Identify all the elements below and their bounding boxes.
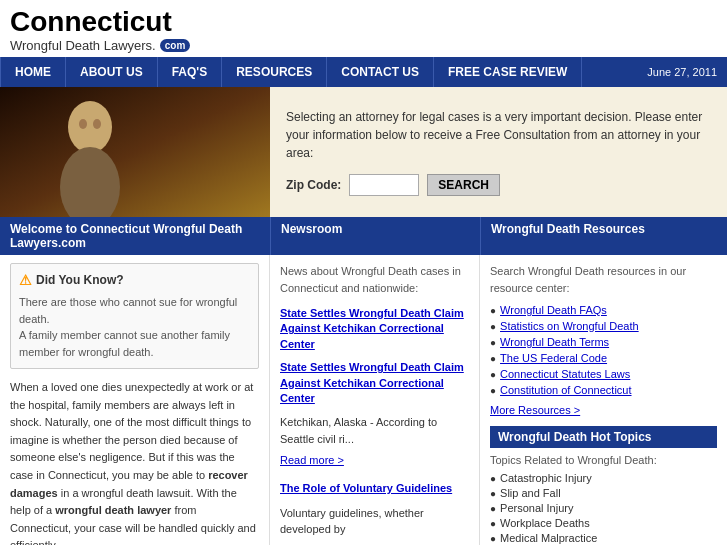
hot-topics-bar: Wrongful Death Hot Topics [490, 426, 717, 448]
hot-topic-1: Catastrophic Injury [500, 472, 592, 484]
nav-about[interactable]: ABOUT US [66, 57, 158, 87]
search-button[interactable]: SEARCH [427, 174, 500, 196]
hero-text-area: Selecting an attorney for legal cases is… [270, 87, 727, 217]
resource-link-1[interactable]: Wrongful Death FAQs [500, 304, 607, 316]
bullet-icon: ● [490, 337, 496, 348]
list-item: ●Catastrophic Injury [490, 472, 717, 484]
news-intro: News about Wrongful Death cases in Conne… [280, 263, 469, 296]
list-item: ●Constitution of Connecticut [490, 384, 717, 396]
subtitle-text: Wrongful Death Lawyers. [10, 38, 156, 53]
bullet-icon: ● [490, 503, 496, 514]
hot-topic-2: Slip and Fall [500, 487, 561, 499]
hot-topics-list: ●Catastrophic Injury ●Slip and Fall ●Per… [490, 472, 717, 545]
resource-list: ●Wrongful Death FAQs ●Statistics on Wron… [490, 304, 717, 396]
info-icon: ⚠ [19, 272, 32, 288]
bullet-icon: ● [490, 305, 496, 316]
bullet-icon: ● [490, 385, 496, 396]
resource-link-6[interactable]: Constitution of Connecticut [500, 384, 631, 396]
svg-point-3 [79, 119, 87, 129]
resource-link-2[interactable]: Statistics on Wrongful Death [500, 320, 639, 332]
section-headers: Welcome to Connecticut Wrongful Death La… [0, 217, 727, 255]
com-badge: com [160, 39, 191, 52]
nav-home[interactable]: HOME [0, 57, 66, 87]
list-item: ●Slip and Fall [490, 487, 717, 499]
bullet-icon: ● [490, 473, 496, 484]
svg-rect-0 [0, 87, 270, 217]
nav-free-case[interactable]: FREE CASE REVIEW [434, 57, 582, 87]
read-more-link[interactable]: Read more > [280, 454, 344, 466]
hot-topic-4: Workplace Deaths [500, 517, 590, 529]
svg-point-4 [93, 119, 101, 129]
resource-link-5[interactable]: Connecticut Statutes Laws [500, 368, 630, 380]
svg-point-1 [68, 101, 112, 153]
list-item: ●Connecticut Statutes Laws [490, 368, 717, 380]
hero-description: Selecting an attorney for legal cases is… [286, 108, 711, 162]
nav-date: June 27, 2011 [647, 66, 727, 78]
did-you-know-box: ⚠ Did You Know? There are those who cann… [10, 263, 259, 369]
bullet-icon: ● [490, 518, 496, 529]
resource-link-3[interactable]: Wrongful Death Terms [500, 336, 609, 348]
list-item: ●The US Federal Code [490, 352, 717, 364]
nav-contact[interactable]: CONTACT US [327, 57, 434, 87]
list-item: ●Medical Malpractice [490, 532, 717, 544]
site-title: Connecticut [10, 6, 717, 38]
bullet-icon: ● [490, 533, 496, 544]
bullet-icon: ● [490, 369, 496, 380]
list-item: ●Wrongful Death FAQs [490, 304, 717, 316]
dyk-title: ⚠ Did You Know? [19, 272, 250, 288]
news-link-2[interactable]: State Settles Wrongful Death Claim Again… [280, 360, 469, 406]
news-snippet-2: Voluntary guidelines, whether developed … [280, 505, 469, 538]
section-header-right: Wrongful Death Resources [480, 217, 727, 255]
right-column: Search Wrongful Death resources in our r… [480, 255, 727, 545]
zip-label: Zip Code: [286, 178, 341, 192]
section-header-left: Welcome to Connecticut Wrongful Death La… [0, 217, 270, 255]
bullet-icon: ● [490, 321, 496, 332]
hero-section: Selecting an attorney for legal cases is… [0, 87, 727, 217]
section-header-mid: Newsroom [270, 217, 480, 255]
mid-column: News about Wrongful Death cases in Conne… [270, 255, 480, 545]
resources-intro: Search Wrongful Death resources in our r… [490, 263, 717, 296]
wrongful-death-lawyer-bold: wrongful death lawyer [55, 504, 171, 516]
resource-link-4[interactable]: The US Federal Code [500, 352, 607, 364]
nav-bar: HOME ABOUT US FAQ'S RESOURCES CONTACT US… [0, 57, 727, 87]
recover-damages-bold: recover damages [10, 469, 248, 499]
site-subtitle: Wrongful Death Lawyers. com [10, 38, 717, 53]
bullet-icon: ● [490, 488, 496, 499]
news-link-3[interactable]: The Role of Voluntary Guidelines [280, 481, 469, 496]
news-link-1[interactable]: State Settles Wrongful Death Claim Again… [280, 306, 469, 352]
nav-faqs[interactable]: FAQ'S [158, 57, 223, 87]
left-column: ⚠ Did You Know? There are those who cann… [0, 255, 270, 545]
hero-image [0, 87, 270, 217]
list-item: ●Workplace Deaths [490, 517, 717, 529]
news-snippet-1: Ketchikan, Alaska - According to Seattle… [280, 414, 469, 447]
hot-topics-intro: Topics Related to Wrongful Death: [490, 454, 717, 466]
list-item: ●Statistics on Wrongful Death [490, 320, 717, 332]
list-item: ●Personal Injury [490, 502, 717, 514]
hot-topic-5: Medical Malpractice [500, 532, 597, 544]
main-paragraph: When a loved one dies unexpectedly at wo… [10, 379, 259, 545]
list-item: ●Wrongful Death Terms [490, 336, 717, 348]
dyk-line1: There are those who cannot sue for wrong… [19, 294, 250, 360]
more-resources-link[interactable]: More Resources > [490, 404, 717, 416]
nav-resources[interactable]: RESOURCES [222, 57, 327, 87]
hot-topic-3: Personal Injury [500, 502, 573, 514]
zip-row: Zip Code: SEARCH [286, 174, 711, 196]
site-header: Connecticut Wrongful Death Lawyers. com [0, 0, 727, 57]
main-content: ⚠ Did You Know? There are those who cann… [0, 255, 727, 545]
zip-input[interactable] [349, 174, 419, 196]
bullet-icon: ● [490, 353, 496, 364]
